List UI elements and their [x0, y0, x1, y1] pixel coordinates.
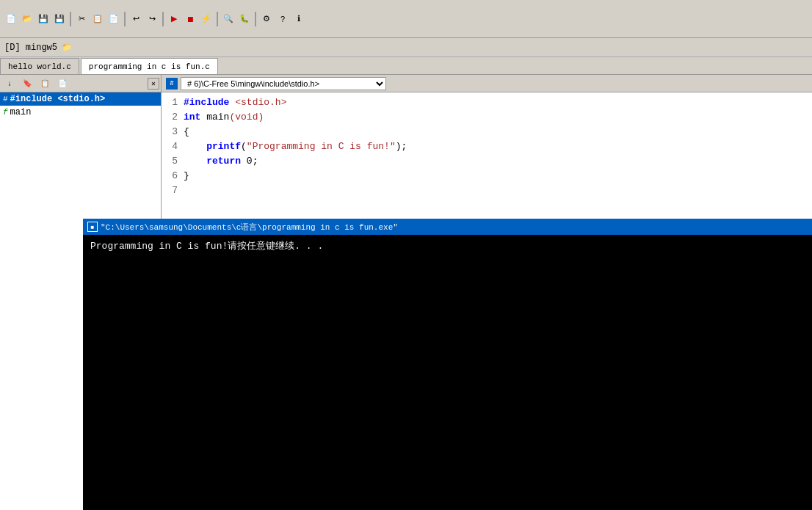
- toolbar-btn-save[interactable]: 💾: [35, 11, 51, 27]
- code-line-7: 7: [162, 183, 812, 198]
- toolbar-btn-help[interactable]: ?: [275, 11, 291, 27]
- tab-programming-label: programming in c is fun.c: [89, 62, 210, 71]
- tree-icon-func: f: [3, 108, 8, 117]
- panel-close-btn[interactable]: ✕: [148, 78, 159, 90]
- separator-5: [255, 12, 256, 26]
- line-content-7: [184, 183, 812, 198]
- toolbar-area: 📄 📂 💾 💾 ✂ 📋 📄 ↩ ↪ ▶ ⏹ ⚡ 🔍 🐛 ⚙ ? ℹ: [0, 0, 812, 38]
- path-icon: #: [166, 78, 178, 90]
- console-icon: ■: [87, 222, 98, 232]
- toolbar-btn-undo[interactable]: ↩: [128, 11, 144, 27]
- panel-btn-3[interactable]: 📋: [37, 76, 53, 92]
- toolbar-btn-settings[interactable]: ⚙: [258, 11, 275, 27]
- project-icon: 📁: [62, 43, 72, 52]
- tree-item-main[interactable]: f main: [0, 106, 161, 119]
- separator-2: [124, 12, 126, 26]
- project-label: [D] mingw5: [4, 43, 57, 53]
- line-content-3: {: [184, 125, 812, 139]
- toolbar-btn-cut[interactable]: ✂: [73, 11, 90, 27]
- code-line-3: 3 {: [162, 125, 812, 139]
- toolbar-btn-find[interactable]: 🔍: [220, 11, 236, 27]
- toolbar-btn-stop[interactable]: ⏹: [182, 11, 198, 27]
- left-panel-toolbar: ↓ 🔖 📋 📄 ✕: [0, 75, 161, 92]
- toolbar-btn-build[interactable]: ▶: [166, 11, 182, 27]
- line-content-1: #include <stdio.h>: [184, 95, 812, 110]
- toolbar-btn-open[interactable]: 📂: [19, 11, 35, 27]
- toolbar-btn-saveall[interactable]: 💾: [51, 11, 68, 27]
- toolbar-btn-new[interactable]: 📄: [3, 11, 19, 27]
- toolbar-btn-redo[interactable]: ↪: [144, 11, 160, 27]
- tab-programming[interactable]: programming in c is fun.c: [81, 58, 218, 74]
- toolbar-btn-run[interactable]: ⚡: [198, 11, 214, 27]
- line-num-1: 1: [162, 95, 184, 110]
- toolbar-btn-paste[interactable]: 📄: [106, 11, 122, 27]
- line-num-5: 5: [162, 154, 184, 169]
- tab-hello[interactable]: hello world.c: [0, 58, 79, 74]
- code-line-4: 4 printf("Programming in C is fun!");: [162, 139, 812, 154]
- separator-1: [70, 12, 71, 26]
- panel-btn-1[interactable]: ↓: [1, 76, 18, 92]
- separator-3: [162, 12, 164, 26]
- console-area: ■ "C:\Users\samsung\Documents\c语言\progra…: [83, 219, 812, 510]
- line-num-4: 4: [162, 139, 184, 154]
- console-output-text: Programming in C is fun!请按任意键继续. . .: [90, 241, 323, 252]
- line-num-7: 7: [162, 183, 184, 198]
- code-line-1: 1 #include <stdio.h>: [162, 95, 812, 110]
- path-dropdown[interactable]: # 6)\C-Free 5\mingw\include\stdio.h>: [181, 77, 386, 90]
- line-content-2: int main(void): [184, 110, 812, 125]
- separator-4: [217, 12, 218, 26]
- toolbar-btn-info[interactable]: ℹ: [291, 11, 307, 27]
- line-num-3: 3: [162, 125, 184, 139]
- panel-btn-2[interactable]: 🔖: [19, 76, 35, 92]
- tree-item-include[interactable]: # #include <stdio.h>: [0, 92, 161, 106]
- tab-bar: hello world.c programming in c is fun.c: [0, 57, 812, 75]
- line-content-4: printf("Programming in C is fun!");: [184, 139, 812, 154]
- tree-label-main: main: [10, 107, 32, 117]
- line-content-6: }: [184, 169, 812, 183]
- line-content-5: return 0;: [184, 154, 812, 169]
- toolbar-row-1: 📄 📂 💾 💾 ✂ 📋 📄 ↩ ↪ ▶ ⏹ ⚡ 🔍 🐛 ⚙ ? ℹ: [3, 11, 307, 27]
- tree-label-include: #include <stdio.h>: [10, 94, 106, 104]
- code-line-2: 2 int main(void): [162, 110, 812, 125]
- toolbar-btn-copy[interactable]: 📋: [90, 11, 106, 27]
- line-num-6: 6: [162, 169, 184, 183]
- console-title-text: "C:\Users\samsung\Documents\c语言\programm…: [101, 222, 398, 233]
- toolbar-btn-debug[interactable]: 🐛: [236, 11, 253, 27]
- project-bar: [D] mingw5 📁: [0, 38, 812, 57]
- line-num-2: 2: [162, 110, 184, 125]
- editor-path-bar: # # 6)\C-Free 5\mingw\include\stdio.h>: [162, 75, 812, 92]
- code-line-5: 5 return 0;: [162, 154, 812, 169]
- tab-hello-label: hello world.c: [8, 62, 71, 71]
- code-line-6: 6 }: [162, 169, 812, 183]
- console-title-bar: ■ "C:\Users\samsung\Documents\c语言\progra…: [83, 219, 812, 235]
- console-output: Programming in C is fun!请按任意键继续. . .: [83, 235, 812, 510]
- panel-btn-4[interactable]: 📄: [54, 76, 70, 92]
- tree-icon-hash: #: [3, 95, 8, 103]
